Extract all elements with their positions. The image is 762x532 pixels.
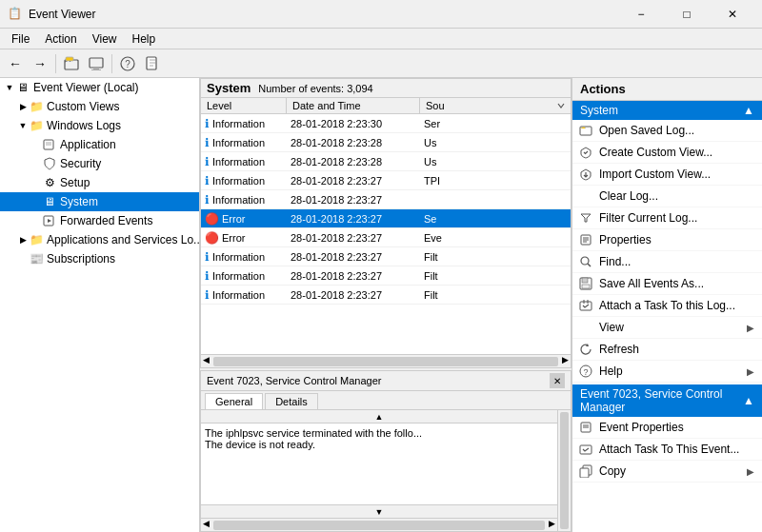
close-button[interactable]: ✕ xyxy=(711,0,754,29)
action-label: Clear Log... xyxy=(599,189,658,203)
maximize-button[interactable]: □ xyxy=(665,0,709,29)
table-row[interactable]: ℹ Information 28-01-2018 2:23:27 Filt xyxy=(201,247,571,266)
table-row[interactable]: ℹ Information 28-01-2018 2:23:27 Filt xyxy=(201,266,571,286)
table-row[interactable]: ℹ Information 28-01-2018 2:23:30 Ser xyxy=(201,114,571,133)
datetime-cell: 28-01-2018 2:23:27 xyxy=(287,289,420,301)
tree-item-event-viewer-local[interactable]: ▼ 🖥 Event Viewer (Local) xyxy=(0,78,199,97)
details-scroll-left[interactable]: ◀ xyxy=(201,519,211,531)
datetime-cell: 28-01-2018 2:23:27 xyxy=(287,251,420,263)
tab-general[interactable]: General xyxy=(205,393,263,409)
info-icon: ℹ xyxy=(205,193,210,207)
tree-item-subscriptions[interactable]: 📰 Subscriptions xyxy=(0,249,199,268)
menu-help[interactable]: Help xyxy=(125,30,164,48)
actions-section-system[interactable]: System ▲ xyxy=(572,101,762,120)
action-save-all-events[interactable]: Save All Events As... xyxy=(572,273,762,295)
action-attach-task-log[interactable]: Attach a Task To this Log... xyxy=(572,295,762,317)
action-find[interactable]: Find... xyxy=(572,251,762,273)
details-close-button[interactable]: ✕ xyxy=(550,373,565,388)
svg-line-21 xyxy=(588,264,591,266)
action-clear-log[interactable]: Clear Log... xyxy=(572,186,762,207)
action-event-properties[interactable]: Event Properties xyxy=(572,417,762,439)
log-table-header-bar: System Number of events: 3,094 xyxy=(201,79,571,98)
col-header-source[interactable]: Sou xyxy=(420,98,571,113)
tree-item-icon xyxy=(42,137,57,152)
tree-item-application[interactable]: Application xyxy=(0,135,199,154)
tree-item-custom-views[interactable]: ▶ 📁 Custom Views xyxy=(0,97,199,116)
title-bar-controls: − □ ✕ xyxy=(619,0,754,29)
tree-item-icon: 📰 xyxy=(29,251,44,266)
tree-item-windows-logs[interactable]: ▼ 📁 Windows Logs xyxy=(0,116,199,135)
action-create-custom-view[interactable]: Create Custom View... xyxy=(572,142,762,164)
svg-rect-23 xyxy=(582,278,588,283)
toolbar-forward-button[interactable]: → xyxy=(29,52,51,75)
table-row[interactable]: ℹ Information 28-01-2018 2:23:27 xyxy=(201,190,571,209)
level-cell: 🔴 Error xyxy=(201,212,287,226)
tree-item-label: Subscriptions xyxy=(47,252,115,266)
tree-item-forwarded-events[interactable]: Forwarded Events xyxy=(0,211,199,230)
toolbar-open-button[interactable] xyxy=(60,52,83,75)
scroll-right-btn[interactable]: ▶ xyxy=(560,355,571,367)
expand-icon: ▼ xyxy=(4,83,15,92)
window-title: Event Viewer xyxy=(29,8,619,21)
menu-action[interactable]: Action xyxy=(37,30,84,48)
table-row[interactable]: ℹ Information 28-01-2018 2:23:28 Us xyxy=(201,133,571,152)
action-copy[interactable]: Copy ▶ xyxy=(572,461,762,483)
actions-section-event-7023[interactable]: Event 7023, Service Control Manager ▲ xyxy=(572,384,762,417)
table-row[interactable]: 🔴 Error 28-01-2018 2:23:27 Se xyxy=(201,209,571,228)
log-rows: ℹ Information 28-01-2018 2:23:30 Ser ℹ I… xyxy=(201,114,571,354)
toolbar-computer-button[interactable] xyxy=(85,52,108,75)
table-row[interactable]: 🔴 Error 28-01-2018 2:23:27 Eve xyxy=(201,228,571,247)
action-properties[interactable]: Properties xyxy=(572,229,762,251)
scroll-left-btn[interactable]: ◀ xyxy=(201,355,211,367)
details-hscrollbar[interactable]: ◀ ▶ xyxy=(201,518,557,531)
tab-details[interactable]: Details xyxy=(265,393,318,409)
datetime-cell: 28-01-2018 2:23:27 xyxy=(287,194,420,206)
col-header-level[interactable]: Level xyxy=(201,98,287,113)
attach-task-event-icon xyxy=(578,442,593,457)
toolbar-back-button[interactable]: ← xyxy=(4,52,27,75)
expand-icon: ▶ xyxy=(17,235,29,245)
menu-view[interactable]: View xyxy=(85,30,125,48)
source-cell: TPI xyxy=(420,175,571,187)
info-icon: ℹ xyxy=(205,136,210,149)
tree-item-label: Windows Logs xyxy=(47,119,121,132)
tree-item-icon: 📁 xyxy=(29,232,44,247)
toolbar-help-button[interactable]: ? xyxy=(116,52,139,75)
action-label: Import Custom View... xyxy=(599,167,711,181)
tree-item-security[interactable]: Security xyxy=(0,154,199,173)
action-label: Save All Events As... xyxy=(599,277,704,290)
toolbar-doc-button[interactable] xyxy=(141,52,164,75)
log-table-area: System Number of events: 3,094 Level Dat… xyxy=(200,78,572,368)
scroll-up-btn[interactable]: ▲ xyxy=(201,410,557,424)
center-panel: System Number of events: 3,094 Level Dat… xyxy=(200,78,572,532)
table-row[interactable]: ℹ Information 28-01-2018 2:23:27 Filt xyxy=(201,286,571,305)
tree-item-app-services-logs[interactable]: ▶ 📁 Applications and Services Lo... xyxy=(0,230,199,249)
action-filter-current-log[interactable]: Filter Current Log... xyxy=(572,207,762,229)
level-cell: 🔴 Error xyxy=(201,231,287,245)
table-row[interactable]: ℹ Information 28-01-2018 2:23:27 TPI xyxy=(201,171,571,190)
menu-file[interactable]: File xyxy=(4,30,37,48)
minimize-button[interactable]: − xyxy=(619,0,663,29)
tree-item-system[interactable]: 🖥 System xyxy=(0,192,199,211)
clear-log-icon xyxy=(578,188,593,204)
vscroll-thumb xyxy=(560,412,569,529)
action-refresh[interactable]: Refresh xyxy=(572,339,762,361)
details-scroll-right[interactable]: ▶ xyxy=(547,519,557,531)
action-view[interactable]: View ▶ xyxy=(572,317,762,339)
tree-item-icon: 📁 xyxy=(29,118,44,133)
action-open-saved-log[interactable]: Open Saved Log... xyxy=(572,120,762,142)
col-header-datetime[interactable]: Date and Time xyxy=(287,98,420,113)
details-content: The iphlpsvc service terminated with the… xyxy=(201,424,557,504)
svg-rect-31 xyxy=(580,445,592,454)
horizontal-scrollbar[interactable]: ◀ ▶ xyxy=(201,354,571,367)
action-help[interactable]: ? Help ▶ xyxy=(572,361,762,383)
tree-item-label: Application xyxy=(60,138,116,151)
level-cell: ℹ Information xyxy=(201,250,287,264)
tree-item-label: Forwarded Events xyxy=(60,214,152,227)
scroll-down-btn[interactable]: ▼ xyxy=(201,504,557,518)
table-row[interactable]: ℹ Information 28-01-2018 2:23:28 Us xyxy=(201,152,571,171)
action-attach-task-event[interactable]: Attach Task To This Event... xyxy=(572,439,762,461)
tree-item-setup[interactable]: ⚙ Setup xyxy=(0,173,199,192)
action-import-custom-view[interactable]: Import Custom View... xyxy=(572,164,762,186)
details-vscrollbar[interactable] xyxy=(557,410,571,531)
